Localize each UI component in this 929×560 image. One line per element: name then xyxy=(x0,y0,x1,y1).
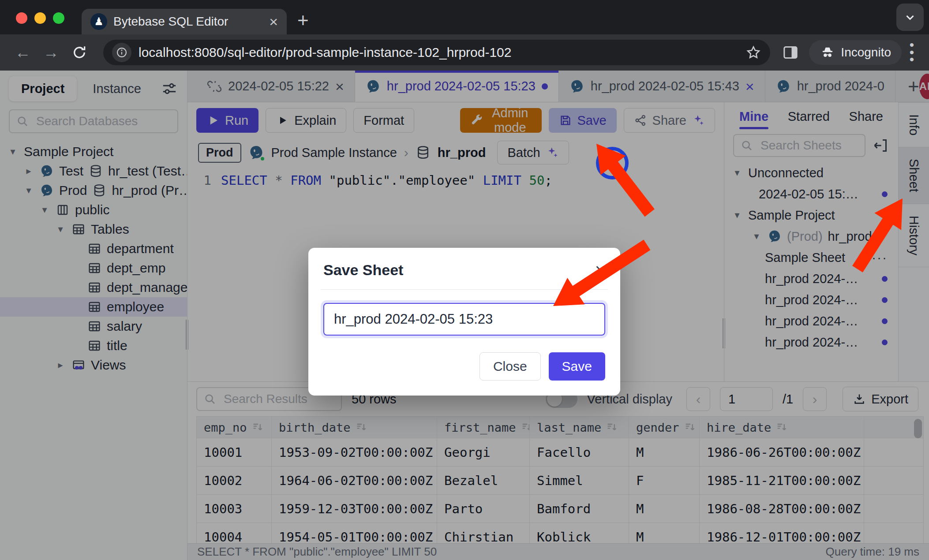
search-databases-input[interactable] xyxy=(9,109,178,133)
breadcrumb-database[interactable]: hr_prod xyxy=(438,146,486,160)
sheet-item[interactable]: hr_prod 2024-… xyxy=(724,268,898,289)
sheet-item[interactable]: 2024-02-05 15:… xyxy=(724,183,898,205)
sidebar-resize-handle[interactable] xyxy=(186,320,188,350)
new-sheet-tab-button[interactable]: + xyxy=(908,77,919,96)
site-info-icon[interactable] xyxy=(112,43,131,62)
table-scrollbar[interactable] xyxy=(914,419,922,438)
url-bar[interactable]: localhost:8080/sql-editor/prod-sample-in… xyxy=(103,40,770,65)
sheet-item[interactable]: hr_prod 2024-… xyxy=(724,332,898,353)
save-button[interactable]: Save xyxy=(549,108,617,133)
tree-item-sample-project[interactable]: ▾Sample Project xyxy=(0,142,187,161)
tree-item-public[interactable]: ▾public xyxy=(0,200,187,220)
table-row[interactable]: 100021964-06-02T00:00:00ZBezalelSimmelF1… xyxy=(197,466,923,494)
next-page-button[interactable]: › xyxy=(803,387,827,411)
caret-down-icon[interactable]: ▾ xyxy=(7,146,19,157)
browser-tab[interactable]: ♟ Bytebase SQL Editor × xyxy=(82,9,287,34)
tree-item-department[interactable]: department xyxy=(0,239,187,258)
modal-close-button[interactable]: Close xyxy=(479,352,541,381)
sheet-group[interactable]: ▾Sample Project xyxy=(724,205,898,226)
column-header-last_name[interactable]: last_name xyxy=(530,417,629,438)
export-button[interactable]: Export xyxy=(843,387,918,411)
caret-down-icon[interactable]: ▾ xyxy=(55,224,66,235)
column-header-hire_date[interactable]: hire_date xyxy=(700,417,864,438)
column-header-birth_date[interactable]: birth_date xyxy=(272,417,437,438)
tree-item-tables[interactable]: ▾Tables xyxy=(0,220,187,239)
database-icon xyxy=(92,183,106,198)
tree-item-views[interactable]: ▸Views xyxy=(0,355,187,375)
environment-chip[interactable]: Prod xyxy=(198,143,241,163)
column-header-gender[interactable]: gender xyxy=(629,417,700,438)
run-button[interactable]: Run xyxy=(196,108,258,133)
sheet-item[interactable]: ▾(Prod)hr_prod xyxy=(724,226,898,247)
share-button[interactable]: Share xyxy=(624,108,715,133)
caret-down-icon[interactable]: ▾ xyxy=(751,231,762,242)
reload-icon[interactable] xyxy=(67,40,92,65)
tree-item-dept-emp[interactable]: dept_emp xyxy=(0,258,187,278)
sheet-item[interactable]: hr_prod 2024-… xyxy=(724,310,898,332)
tab-sheet[interactable]: Sheet xyxy=(899,147,929,204)
column-header-emp_no[interactable]: emp_no xyxy=(197,417,272,438)
tab-info[interactable]: Info xyxy=(899,102,929,147)
more-actions-icon[interactable]: ··· xyxy=(872,250,888,265)
tab-instance[interactable]: Instance xyxy=(93,82,141,96)
format-button[interactable]: Format xyxy=(353,108,414,133)
editor-tab[interactable]: hr_prod 2024-0 xyxy=(765,71,895,102)
caret-down-icon[interactable]: ▾ xyxy=(731,167,743,179)
close-tab-icon[interactable]: × xyxy=(269,14,278,29)
tab-starred[interactable]: Starred xyxy=(788,103,830,130)
tree-item-test[interactable]: ▸Testhr_test (Test… xyxy=(0,161,187,181)
caret-down-icon[interactable]: ▾ xyxy=(731,209,743,221)
collapse-panel-icon[interactable] xyxy=(872,137,889,154)
chevron-right-icon: › xyxy=(404,145,408,160)
sheet-name-input[interactable] xyxy=(323,303,605,336)
table-row[interactable]: 100031959-12-03T00:00:00ZPartoBamfordM19… xyxy=(197,494,923,523)
table-row[interactable]: 100041954-05-01T00:00:00ZChirstianKoblic… xyxy=(197,523,923,543)
close-icon[interactable]: × xyxy=(595,261,605,279)
new-tab-button[interactable]: + xyxy=(297,11,309,30)
column-header-first_name[interactable]: first_name xyxy=(437,417,530,438)
close-tab-icon[interactable]: × xyxy=(335,79,344,94)
tab-share[interactable]: Share xyxy=(849,103,883,130)
page-number-input[interactable] xyxy=(720,387,773,411)
back-icon[interactable]: ← xyxy=(11,40,35,65)
editor-tab[interactable]: hr_prod 2024-02-05 15:23 xyxy=(355,71,559,102)
bookmark-star-icon[interactable] xyxy=(745,45,761,60)
tree-item-prod[interactable]: ▾Prodhr_prod (Pr… xyxy=(0,181,187,200)
tab-project[interactable]: Project xyxy=(9,76,77,101)
modal-save-button[interactable]: Save xyxy=(549,352,605,381)
tree-item-label: department xyxy=(107,241,174,256)
tab-mine[interactable]: Mine xyxy=(739,103,768,130)
tab-search-button[interactable] xyxy=(896,4,924,31)
tree-item-salary[interactable]: salary xyxy=(0,317,187,336)
table-cell: 1964-06-02T00:00:00Z xyxy=(272,467,437,494)
caret-down-icon[interactable]: ▾ xyxy=(39,204,50,216)
caret-right-icon[interactable]: ▸ xyxy=(55,359,66,371)
sheet-item[interactable]: Sample Sheet··· xyxy=(724,247,898,268)
tree-item-title[interactable]: title xyxy=(0,336,187,355)
tree-item-employee[interactable]: employee xyxy=(0,297,187,317)
minimize-window-button[interactable] xyxy=(34,12,46,24)
close-window-button[interactable] xyxy=(16,12,27,24)
sheet-item[interactable]: hr_prod 2024-… xyxy=(724,289,898,310)
tab-history[interactable]: History xyxy=(899,204,929,267)
editor-tab[interactable]: hr_prod 2024-02-05 15:43× xyxy=(559,71,765,102)
editor-tab[interactable]: 2024-02-05 15:22× xyxy=(196,71,355,102)
explain-button[interactable]: Explain xyxy=(266,108,346,133)
sheet-group[interactable]: ▾Unconnected xyxy=(724,162,898,183)
caret-right-icon[interactable]: ▸ xyxy=(23,165,34,177)
forward-icon[interactable]: → xyxy=(39,40,64,65)
admin-mode-button[interactable]: Admin mode xyxy=(460,108,541,133)
prev-page-button[interactable]: ‹ xyxy=(686,387,710,411)
table-row[interactable]: 100011953-09-02T00:00:00ZGeorgiFacelloM1… xyxy=(197,438,923,466)
sheet-panel-resize-handle[interactable] xyxy=(723,318,725,348)
zoom-window-button[interactable] xyxy=(53,12,64,24)
tree-item-dept-manager[interactable]: dept_manager xyxy=(0,278,187,297)
batch-button[interactable]: Batch xyxy=(497,141,569,164)
side-panel-icon[interactable] xyxy=(782,44,799,61)
filter-settings-icon[interactable] xyxy=(161,80,178,97)
browser-menu-icon[interactable]: ••• xyxy=(905,41,918,63)
caret-down-icon[interactable]: ▾ xyxy=(23,185,34,196)
user-avatar[interactable]: AD xyxy=(919,74,929,99)
close-tab-icon[interactable]: × xyxy=(745,79,754,94)
breadcrumb-instance[interactable]: Prod Sample Instance xyxy=(271,146,397,160)
